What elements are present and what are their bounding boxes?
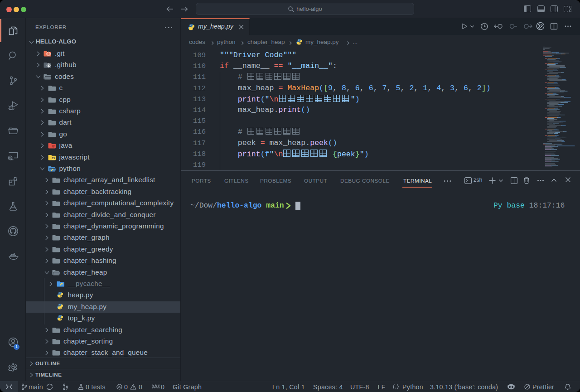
svg-text:JS: JS [51,156,55,159]
